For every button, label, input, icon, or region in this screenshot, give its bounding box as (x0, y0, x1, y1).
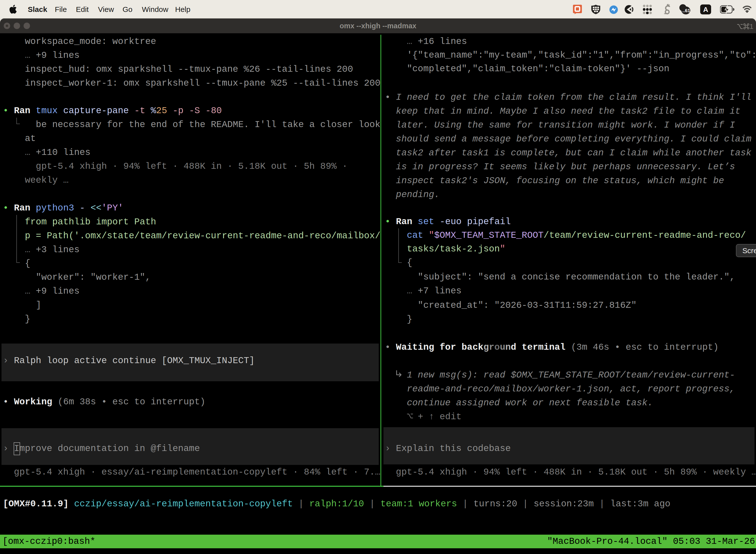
svg-text:..61: ..61 (682, 8, 690, 13)
svg-text:A: A (703, 6, 708, 13)
